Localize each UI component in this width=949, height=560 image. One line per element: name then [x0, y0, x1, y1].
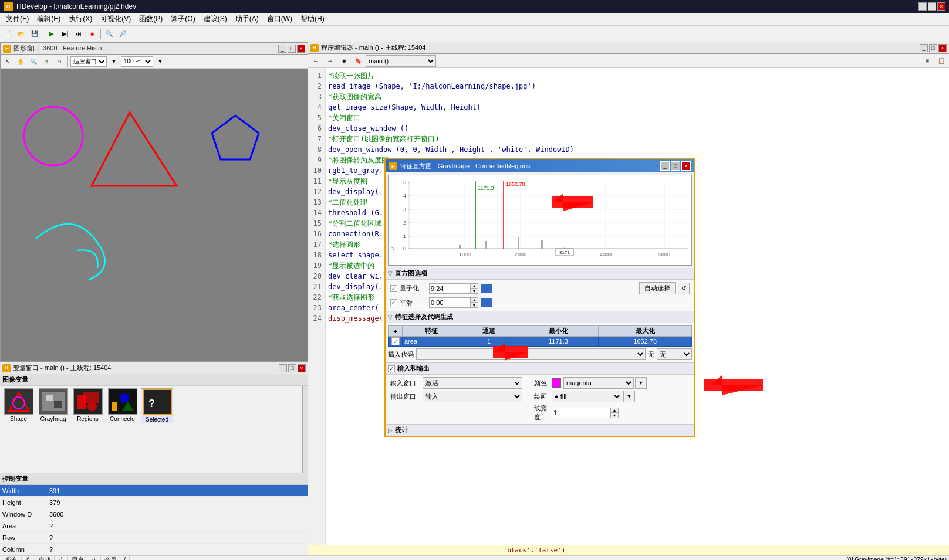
hist-win-controls[interactable]: _ □ ×	[660, 161, 691, 171]
editor-paste-btn[interactable]: 📋	[935, 55, 948, 67]
draw-select[interactable]: ● fill	[552, 391, 622, 402]
control-row-windowid[interactable]: WindowID 3600	[0, 508, 308, 520]
histogram-options-header[interactable]: ▽ 直方图选项	[386, 268, 694, 280]
close-button[interactable]: ×	[937, 2, 945, 11]
menu-window[interactable]: 窗口(W)	[264, 13, 296, 25]
feature-section-header[interactable]: ▽ 特征选择及代码生成	[386, 311, 694, 323]
editor-win-close[interactable]: ×	[938, 44, 947, 52]
quant-spin-btns[interactable]: ▲ ▼	[470, 283, 478, 294]
feature-row-area[interactable]: ✓ area 1 1171.3 1652.78	[389, 337, 692, 347]
zoom-percent-select[interactable]: 100 %	[121, 56, 153, 67]
hist-win-minimize[interactable]: _	[660, 161, 670, 171]
input-window-select[interactable]: 激活	[423, 377, 522, 389]
toolbar-run-to[interactable]: ▶|	[59, 28, 72, 40]
img-tool-zoom[interactable]: 🔍	[28, 56, 39, 67]
no-select[interactable]: 无	[657, 348, 692, 360]
quant-spin-down[interactable]: ▼	[470, 289, 478, 294]
menu-visualize[interactable]: 可视化(V)	[97, 13, 134, 25]
status-tab-all[interactable]: 所有	[2, 556, 22, 561]
image-win-close[interactable]: ×	[297, 45, 305, 53]
linewidth-input[interactable]	[552, 408, 610, 418]
editor-back-btn[interactable]: ←	[309, 55, 322, 67]
hist-reload-btn[interactable]: ↺	[678, 283, 690, 294]
code-line-5[interactable]: *关闭窗口	[328, 113, 947, 123]
menu-operator[interactable]: 算子(O)	[167, 13, 198, 25]
quant-spin[interactable]: ▲ ▼	[429, 283, 478, 294]
smooth-checkbox[interactable]	[390, 299, 397, 306]
draw-dropdown-btn[interactable]: ▼	[623, 391, 635, 402]
menu-edit[interactable]: 编辑(E)	[33, 13, 64, 25]
menu-functions[interactable]: 函数(P)	[136, 13, 166, 25]
insert-code-select[interactable]	[416, 348, 646, 360]
status-tab-all2[interactable]: 全局	[101, 556, 120, 561]
control-row-row[interactable]: Row ?	[0, 532, 308, 544]
code-line-4[interactable]: get_image_size(Shape, Width, Height)	[328, 102, 947, 113]
linewidth-spin-down[interactable]: ▼	[610, 413, 619, 418]
code-line-6[interactable]: dev_close_window ()	[328, 123, 947, 134]
quant-checkbox[interactable]	[390, 285, 397, 292]
var-shape[interactable]: Shape	[2, 388, 35, 423]
image-win-minimize[interactable]: _	[278, 45, 286, 53]
fit-mode-select[interactable]: 适应窗口	[70, 56, 107, 67]
var-selected[interactable]: ? Selected	[141, 388, 173, 423]
img-tool-zoomin[interactable]: ⊕	[40, 56, 52, 67]
toolbar-step[interactable]: ⏭	[72, 28, 85, 40]
hist-win-close[interactable]: ×	[681, 161, 691, 171]
code-line-3[interactable]: *获取图像的宽高	[328, 91, 947, 102]
menu-execute[interactable]: 执行(X)	[65, 13, 96, 25]
status-tab-user[interactable]: 用户	[68, 556, 87, 561]
nav-select[interactable]: main ()	[366, 55, 436, 67]
linewidth-spin[interactable]: ▲ ▼	[552, 407, 619, 419]
control-row-area[interactable]: Area ?	[0, 520, 308, 532]
img-tool-pointer[interactable]: ↖	[2, 56, 13, 67]
io-section-header[interactable]: 输入和输出	[386, 362, 694, 375]
menu-assistant[interactable]: 助手(A)	[232, 13, 262, 25]
toolbar-stop[interactable]: ■	[86, 28, 99, 40]
color-dropdown-btn[interactable]: ▼	[635, 377, 647, 389]
smooth-spin-btns[interactable]: ▲ ▼	[470, 297, 478, 308]
toolbar-save[interactable]: 💾	[28, 28, 41, 40]
menu-help[interactable]: 帮助(H)	[297, 13, 328, 25]
hist-win-maximize[interactable]: □	[671, 161, 680, 171]
linewidth-spin-up[interactable]: ▲	[610, 408, 619, 413]
toolbar-zoom-out[interactable]: 🔎	[116, 28, 129, 40]
var-win-maximize[interactable]: □	[288, 364, 296, 372]
editor-copy-btn[interactable]: ⎘	[921, 55, 934, 67]
output-window-select[interactable]: 输入	[423, 391, 522, 402]
editor-stop-btn[interactable]: ■	[337, 55, 350, 67]
maximize-button[interactable]: □	[928, 2, 936, 11]
status-tab-auto[interactable]: 自动	[35, 556, 55, 561]
var-scroll[interactable]	[302, 386, 308, 473]
img-tool-move[interactable]: ✋	[15, 56, 26, 67]
var-win-controls[interactable]: _ □ ×	[279, 364, 306, 372]
img-zoom-dropdown[interactable]: ▼	[108, 56, 120, 67]
editor-bookmarks-btn[interactable]: 🔖	[352, 55, 364, 67]
minimize-button[interactable]: _	[918, 2, 927, 11]
menu-suggest[interactable]: 建议(S)	[200, 13, 231, 25]
quant-spin-up[interactable]: ▲	[470, 283, 478, 289]
var-regions[interactable]: Regions	[72, 388, 104, 423]
stats-section-header[interactable]: ▷ 统计	[386, 424, 694, 436]
io-section-checkbox[interactable]	[388, 365, 395, 372]
color-select[interactable]: magenta	[563, 377, 634, 389]
main-win-controls[interactable]: _ □ ×	[918, 2, 945, 11]
toolbar-new[interactable]: 📄	[1, 28, 14, 40]
editor-forward-btn[interactable]: →	[323, 55, 336, 67]
toolbar-zoom-in[interactable]: 🔍	[103, 28, 116, 40]
code-line-2[interactable]: read_image (Shape, 'I:/halconLearning/sh…	[328, 81, 947, 91]
editor-win-maximize[interactable]: □	[929, 44, 937, 52]
toolbar-run[interactable]: ▶	[45, 28, 58, 40]
control-row-height[interactable]: Height 379	[0, 497, 308, 508]
control-row-width[interactable]: Width 591	[0, 485, 308, 497]
var-win-minimize[interactable]: _	[279, 364, 287, 372]
editor-win-minimize[interactable]: _	[920, 44, 928, 52]
toolbar-open[interactable]: 📂	[15, 28, 28, 40]
code-line-1[interactable]: *读取一张图片	[328, 70, 947, 81]
code-line-7[interactable]: *打开窗口(以图像的宽高打开窗口)	[328, 134, 947, 144]
smooth-spin-up[interactable]: ▲	[470, 297, 478, 303]
control-row-column[interactable]: Column ?	[0, 544, 308, 555]
img-tool-zoomout[interactable]: ⊖	[53, 56, 65, 67]
image-win-controls[interactable]: _ □ ×	[278, 45, 305, 53]
linewidth-spin-btns[interactable]: ▲ ▼	[610, 408, 619, 418]
var-win-close[interactable]: ×	[298, 364, 306, 372]
